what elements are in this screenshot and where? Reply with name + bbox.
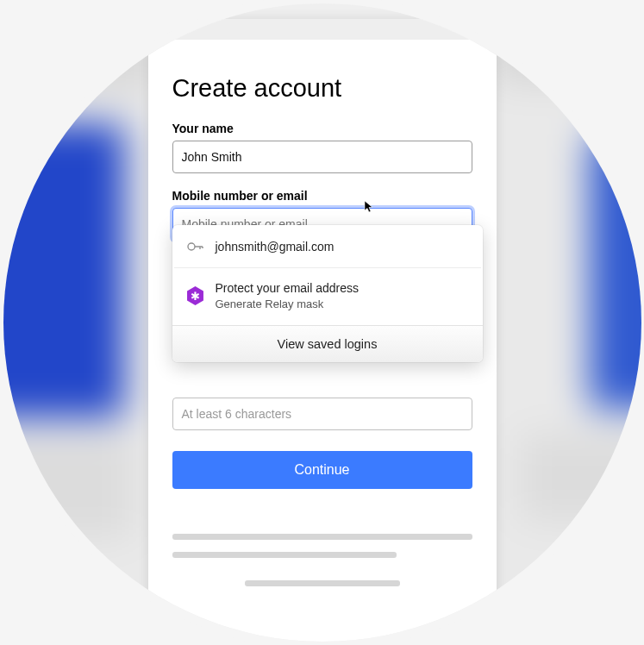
key-icon: [186, 241, 205, 253]
placeholder-line: [172, 534, 472, 540]
circle-mask: Create account Your name Mobile number o…: [3, 3, 641, 642]
autofill-email: johnsmith@gmail.com: [216, 239, 335, 255]
name-field: Your name: [172, 122, 472, 173]
password-placeholder: At least 6 characters: [182, 407, 292, 421]
relay-mask-option[interactable]: ✱ Protect your email address Generate Re…: [174, 267, 481, 323]
relay-icon: ✱: [186, 286, 205, 305]
signup-panel: Create account Your name Mobile number o…: [148, 19, 497, 642]
continue-button[interactable]: Continue: [172, 451, 472, 489]
panel-topbar: [148, 19, 497, 40]
placeholder-line: [172, 552, 397, 558]
name-input[interactable]: [172, 141, 472, 173]
name-label: Your name: [172, 122, 472, 135]
placeholder-line: [245, 580, 400, 586]
relay-line2: Generate Relay mask: [216, 297, 360, 312]
autofill-popup: johnsmith@gmail.com ✱ Protect your email…: [172, 225, 483, 362]
viewport: Create account Your name Mobile number o…: [0, 0, 644, 645]
contact-field: Mobile number or email: [172, 189, 472, 241]
page-title: Create account: [172, 74, 472, 103]
contact-label: Mobile number or email: [172, 189, 472, 203]
relay-text: Protect your email address Generate Rela…: [216, 280, 360, 311]
password-input[interactable]: At least 6 characters: [172, 398, 472, 430]
footer-text-placeholder: [172, 534, 472, 586]
svg-point-0: [188, 243, 195, 250]
autofill-suggestion[interactable]: johnsmith@gmail.com: [174, 227, 481, 267]
relay-line1: Protect your email address: [216, 280, 360, 297]
view-saved-logins-button[interactable]: View saved logins: [172, 325, 483, 362]
